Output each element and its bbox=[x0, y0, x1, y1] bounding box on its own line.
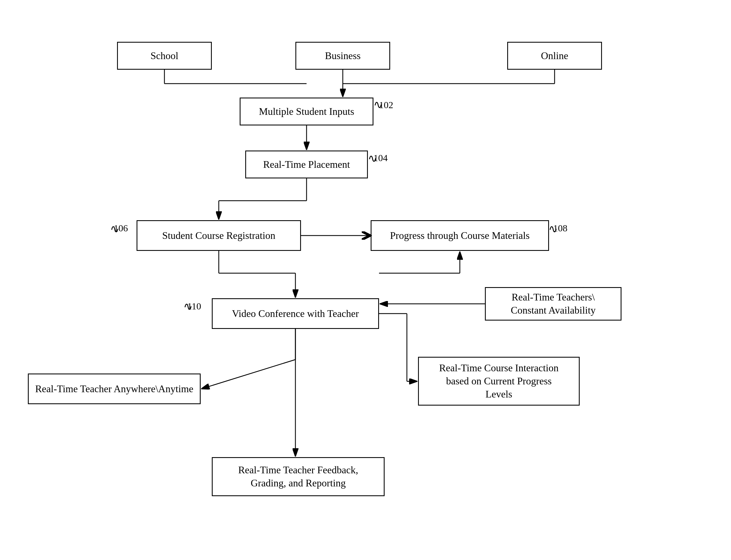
business-label: Business bbox=[325, 49, 361, 62]
realtime-course-interaction-box: Real-Time Course Interactionbased on Cur… bbox=[418, 357, 580, 406]
squiggle-106: ∿ bbox=[110, 222, 120, 236]
realtime-teachers-label: Real-Time Teachers\Constant Availability bbox=[511, 291, 595, 317]
online-label: Online bbox=[541, 49, 568, 62]
multiple-inputs-box: Multiple Student Inputs bbox=[240, 98, 373, 125]
svg-line-17 bbox=[201, 360, 296, 389]
video-conference-box: Video Conference with Teacher bbox=[212, 298, 379, 329]
progress-course-box: Progress through Course Materials bbox=[370, 220, 549, 251]
business-box: Business bbox=[296, 42, 390, 70]
multiple-inputs-label: Multiple Student Inputs bbox=[259, 105, 354, 118]
online-box: Online bbox=[507, 42, 602, 70]
squiggle-108: ∿ bbox=[548, 222, 558, 236]
student-course-reg-label: Student Course Registration bbox=[162, 229, 275, 242]
feedback-label: Real-Time Teacher Feedback,Grading, and … bbox=[238, 464, 358, 490]
school-label: School bbox=[151, 49, 178, 62]
squiggle-104: ∿ bbox=[368, 152, 377, 165]
video-conference-label: Video Conference with Teacher bbox=[232, 307, 359, 320]
diagram: School Business Online Multiple Student … bbox=[0, 0, 731, 560]
feedback-box: Real-Time Teacher Feedback,Grading, and … bbox=[212, 457, 384, 496]
realtime-course-interaction-label: Real-Time Course Interactionbased on Cur… bbox=[439, 362, 559, 401]
realtime-placement-box: Real-Time Placement bbox=[245, 151, 368, 178]
squiggle-102: ∿ bbox=[373, 98, 383, 111]
realtime-placement-label: Real-Time Placement bbox=[263, 158, 350, 171]
realtime-teacher-anywhere-box: Real-Time Teacher Anywhere\Anytime bbox=[28, 374, 201, 404]
school-box: School bbox=[117, 42, 212, 70]
realtime-teachers-box: Real-Time Teachers\Constant Availability bbox=[485, 287, 621, 321]
realtime-teacher-anywhere-label: Real-Time Teacher Anywhere\Anytime bbox=[35, 382, 193, 396]
student-course-reg-box: Student Course Registration bbox=[137, 220, 301, 251]
squiggle-110: ∿ bbox=[183, 300, 193, 313]
progress-course-label: Progress through Course Materials bbox=[390, 229, 530, 242]
